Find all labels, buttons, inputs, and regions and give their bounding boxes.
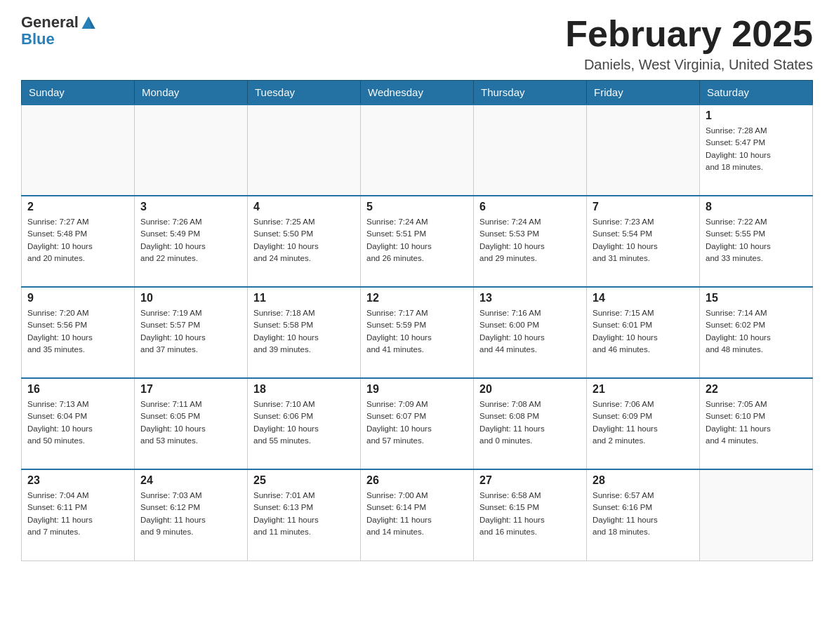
day-info: Sunrise: 7:23 AMSunset: 5:54 PMDaylight:…: [593, 216, 694, 264]
day-number: 10: [140, 292, 241, 304]
day-number: 22: [706, 383, 807, 396]
calendar-cell: 2Sunrise: 7:27 AMSunset: 5:48 PMDaylight…: [22, 196, 135, 287]
calendar-cell: 12Sunrise: 7:17 AMSunset: 5:59 PMDayligh…: [361, 287, 474, 378]
day-number: 8: [706, 201, 807, 213]
day-number: 23: [27, 474, 128, 487]
calendar-cell: 20Sunrise: 7:08 AMSunset: 6:08 PMDayligh…: [474, 378, 587, 469]
day-info: Sunrise: 7:08 AMSunset: 6:08 PMDaylight:…: [479, 398, 581, 447]
logo-icon: [81, 15, 96, 31]
title-block: February 2025 Daniels, West Virginia, Un…: [565, 14, 813, 73]
day-number: 4: [253, 201, 355, 213]
calendar-cell: 6Sunrise: 7:24 AMSunset: 5:53 PMDaylight…: [474, 196, 587, 287]
month-year-title: February 2025: [565, 14, 813, 54]
day-number: 27: [479, 474, 581, 487]
calendar-cell: 5Sunrise: 7:24 AMSunset: 5:51 PMDaylight…: [361, 196, 474, 287]
calendar-cell: 8Sunrise: 7:22 AMSunset: 5:55 PMDaylight…: [700, 196, 813, 287]
day-number: 14: [593, 292, 694, 304]
week-row-5: 23Sunrise: 7:04 AMSunset: 6:11 PMDayligh…: [22, 469, 813, 561]
day-info: Sunrise: 7:04 AMSunset: 6:11 PMDaylight:…: [27, 490, 128, 538]
day-number: 6: [479, 201, 581, 213]
day-number: 12: [366, 292, 468, 304]
calendar-table: SundayMondayTuesdayWednesdayThursdayFrid…: [21, 80, 813, 561]
calendar-cell: 14Sunrise: 7:15 AMSunset: 6:01 PMDayligh…: [587, 287, 700, 378]
calendar-cell: 25Sunrise: 7:01 AMSunset: 6:13 PMDayligh…: [248, 469, 361, 561]
calendar-cell: 11Sunrise: 7:18 AMSunset: 5:58 PMDayligh…: [248, 287, 361, 378]
header-saturday: Saturday: [700, 81, 813, 105]
header-monday: Monday: [135, 81, 248, 105]
week-row-3: 9Sunrise: 7:20 AMSunset: 5:56 PMDaylight…: [22, 287, 813, 378]
calendar-cell: 26Sunrise: 7:00 AMSunset: 6:14 PMDayligh…: [361, 469, 474, 561]
calendar-cell: 27Sunrise: 6:58 AMSunset: 6:15 PMDayligh…: [474, 469, 587, 561]
calendar-cell: 4Sunrise: 7:25 AMSunset: 5:50 PMDaylight…: [248, 196, 361, 287]
calendar-cell: [248, 105, 361, 196]
day-info: Sunrise: 7:01 AMSunset: 6:13 PMDaylight:…: [253, 490, 355, 538]
day-info: Sunrise: 7:28 AMSunset: 5:47 PMDaylight:…: [706, 125, 807, 173]
calendar-cell: 23Sunrise: 7:04 AMSunset: 6:11 PMDayligh…: [22, 469, 135, 561]
day-number: 24: [140, 474, 241, 487]
day-info: Sunrise: 7:24 AMSunset: 5:51 PMDaylight:…: [366, 216, 468, 264]
day-info: Sunrise: 7:26 AMSunset: 5:49 PMDaylight:…: [140, 216, 241, 264]
day-number: 9: [27, 292, 128, 304]
day-info: Sunrise: 7:22 AMSunset: 5:55 PMDaylight:…: [706, 216, 807, 264]
day-number: 19: [366, 383, 468, 396]
day-number: 5: [366, 201, 468, 213]
day-number: 28: [593, 474, 694, 487]
day-info: Sunrise: 7:11 AMSunset: 6:05 PMDaylight:…: [140, 398, 241, 447]
header-friday: Friday: [587, 81, 700, 105]
calendar-cell: 10Sunrise: 7:19 AMSunset: 5:57 PMDayligh…: [135, 287, 248, 378]
header-thursday: Thursday: [474, 81, 587, 105]
week-row-2: 2Sunrise: 7:27 AMSunset: 5:48 PMDaylight…: [22, 196, 813, 287]
day-number: 25: [253, 474, 355, 487]
calendar-cell: [22, 105, 135, 196]
day-info: Sunrise: 7:16 AMSunset: 6:00 PMDaylight:…: [479, 307, 581, 356]
calendar-cell: 19Sunrise: 7:09 AMSunset: 6:07 PMDayligh…: [361, 378, 474, 469]
day-number: 16: [27, 383, 128, 396]
day-number: 15: [706, 292, 807, 304]
day-info: Sunrise: 7:14 AMSunset: 6:02 PMDaylight:…: [706, 307, 807, 356]
day-info: Sunrise: 7:10 AMSunset: 6:06 PMDaylight:…: [253, 398, 355, 447]
calendar-cell: 15Sunrise: 7:14 AMSunset: 6:02 PMDayligh…: [700, 287, 813, 378]
calendar-cell: 13Sunrise: 7:16 AMSunset: 6:00 PMDayligh…: [474, 287, 587, 378]
calendar-cell: 1Sunrise: 7:28 AMSunset: 5:47 PMDaylight…: [700, 105, 813, 196]
calendar-cell: 21Sunrise: 7:06 AMSunset: 6:09 PMDayligh…: [587, 378, 700, 469]
day-info: Sunrise: 7:17 AMSunset: 5:59 PMDaylight:…: [366, 307, 468, 356]
day-number: 26: [366, 474, 468, 487]
calendar-cell: 17Sunrise: 7:11 AMSunset: 6:05 PMDayligh…: [135, 378, 248, 469]
day-number: 17: [140, 383, 241, 396]
day-info: Sunrise: 7:09 AMSunset: 6:07 PMDaylight:…: [366, 398, 468, 447]
calendar-cell: 18Sunrise: 7:10 AMSunset: 6:06 PMDayligh…: [248, 378, 361, 469]
day-number: 2: [27, 201, 128, 213]
day-info: Sunrise: 7:24 AMSunset: 5:53 PMDaylight:…: [479, 216, 581, 264]
day-info: Sunrise: 7:19 AMSunset: 5:57 PMDaylight:…: [140, 307, 241, 356]
day-info: Sunrise: 7:27 AMSunset: 5:48 PMDaylight:…: [27, 216, 128, 264]
day-info: Sunrise: 7:06 AMSunset: 6:09 PMDaylight:…: [593, 398, 694, 447]
location-subtitle: Daniels, West Virginia, United States: [565, 57, 813, 73]
day-number: 18: [253, 383, 355, 396]
calendar-cell: 7Sunrise: 7:23 AMSunset: 5:54 PMDaylight…: [587, 196, 700, 287]
day-info: Sunrise: 6:58 AMSunset: 6:15 PMDaylight:…: [479, 490, 581, 538]
day-info: Sunrise: 6:57 AMSunset: 6:16 PMDaylight:…: [593, 490, 694, 538]
week-row-4: 16Sunrise: 7:13 AMSunset: 6:04 PMDayligh…: [22, 378, 813, 469]
calendar-header-row: SundayMondayTuesdayWednesdayThursdayFrid…: [22, 81, 813, 105]
calendar-cell: 24Sunrise: 7:03 AMSunset: 6:12 PMDayligh…: [135, 469, 248, 561]
day-info: Sunrise: 7:18 AMSunset: 5:58 PMDaylight:…: [253, 307, 355, 356]
week-row-1: 1Sunrise: 7:28 AMSunset: 5:47 PMDaylight…: [22, 105, 813, 196]
day-number: 13: [479, 292, 581, 304]
day-number: 21: [593, 383, 694, 396]
day-number: 3: [140, 201, 241, 213]
calendar-cell: 22Sunrise: 7:05 AMSunset: 6:10 PMDayligh…: [700, 378, 813, 469]
day-info: Sunrise: 7:00 AMSunset: 6:14 PMDaylight:…: [366, 490, 468, 538]
day-info: Sunrise: 7:13 AMSunset: 6:04 PMDaylight:…: [27, 398, 128, 447]
calendar-cell: 16Sunrise: 7:13 AMSunset: 6:04 PMDayligh…: [22, 378, 135, 469]
day-info: Sunrise: 7:03 AMSunset: 6:12 PMDaylight:…: [140, 490, 241, 538]
day-number: 20: [479, 383, 581, 396]
day-info: Sunrise: 7:20 AMSunset: 5:56 PMDaylight:…: [27, 307, 128, 356]
day-info: Sunrise: 7:15 AMSunset: 6:01 PMDaylight:…: [593, 307, 694, 356]
calendar-cell: [474, 105, 587, 196]
logo-blue-text: Blue: [21, 31, 96, 48]
header-tuesday: Tuesday: [248, 81, 361, 105]
logo-general-text: General: [21, 14, 79, 31]
calendar-cell: [135, 105, 248, 196]
day-number: 11: [253, 292, 355, 304]
calendar-cell: 3Sunrise: 7:26 AMSunset: 5:49 PMDaylight…: [135, 196, 248, 287]
